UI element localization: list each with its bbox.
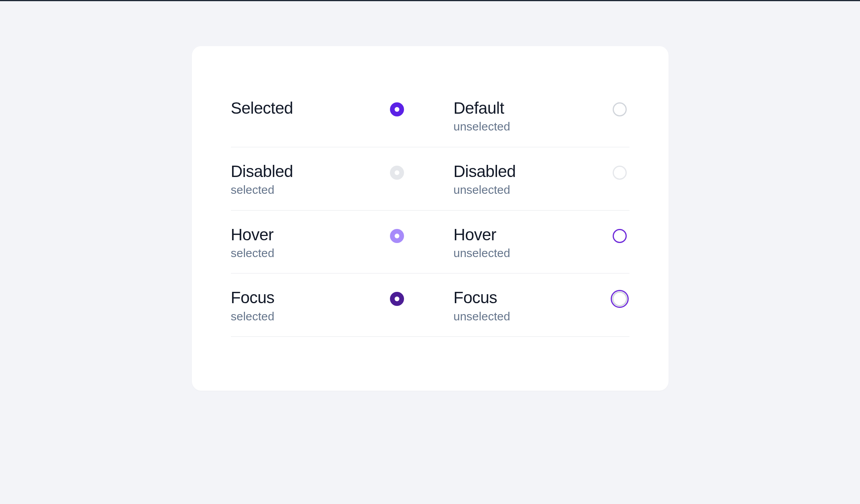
state-row: Hover selected Hover unselected — [231, 225, 629, 274]
radio-hover-selected[interactable] — [387, 226, 407, 246]
labels: Focus selected — [231, 288, 275, 323]
radio-icon — [613, 166, 627, 180]
state-title: Default — [454, 99, 510, 118]
state-title: Disabled — [231, 162, 293, 181]
labels: Selected — [231, 99, 293, 120]
radio-focus-unselected[interactable] — [610, 289, 629, 309]
radio-hover-unselected[interactable] — [610, 226, 629, 246]
state-cell-focus-selected: Focus selected — [231, 288, 430, 323]
state-cell-selected: Selected — [231, 99, 430, 134]
state-row: Selected Default unselected — [231, 99, 629, 147]
radio-disabled-selected — [387, 163, 407, 182]
state-subtitle: selected — [231, 247, 275, 260]
state-subtitle: unselected — [454, 310, 510, 323]
labels: Focus unselected — [454, 288, 510, 323]
state-cell-hover-unselected: Hover unselected — [430, 225, 629, 260]
state-cell-focus-unselected: Focus unselected — [430, 288, 629, 323]
radio-icon — [390, 229, 404, 243]
radio-icon — [390, 292, 404, 306]
radio-default-unselected[interactable] — [610, 100, 629, 119]
radio-icon — [613, 102, 627, 116]
state-row: Disabled selected Disabled unselected — [231, 162, 629, 211]
state-title: Focus — [231, 288, 275, 307]
state-cell-disabled-unselected: Disabled unselected — [430, 162, 629, 197]
labels: Disabled selected — [231, 162, 293, 197]
state-subtitle: unselected — [454, 183, 516, 197]
labels: Hover unselected — [454, 225, 510, 260]
radio-selected[interactable] — [387, 100, 407, 119]
state-title: Selected — [231, 99, 293, 118]
radio-states-card: Selected Default unselected Disabled sel… — [192, 46, 669, 391]
radio-icon — [613, 229, 627, 243]
state-subtitle: unselected — [454, 120, 510, 134]
state-subtitle: selected — [231, 183, 293, 197]
radio-icon — [390, 166, 404, 180]
radio-disabled-unselected — [610, 163, 629, 182]
state-subtitle: selected — [231, 310, 275, 323]
state-cell-disabled-selected: Disabled selected — [231, 162, 430, 197]
state-title: Disabled — [454, 162, 516, 181]
radio-icon — [611, 290, 629, 308]
state-title: Hover — [454, 225, 510, 244]
radio-icon — [390, 102, 404, 116]
state-row: Focus selected Focus unselected — [231, 288, 629, 337]
labels: Hover selected — [231, 225, 275, 260]
state-cell-default-unselected: Default unselected — [430, 99, 629, 134]
state-cell-hover-selected: Hover selected — [231, 225, 430, 260]
state-title: Focus — [454, 288, 510, 307]
labels: Default unselected — [454, 99, 510, 134]
labels: Disabled unselected — [454, 162, 516, 197]
state-subtitle: unselected — [454, 247, 510, 260]
state-title: Hover — [231, 225, 275, 244]
radio-focus-selected[interactable] — [387, 289, 407, 309]
